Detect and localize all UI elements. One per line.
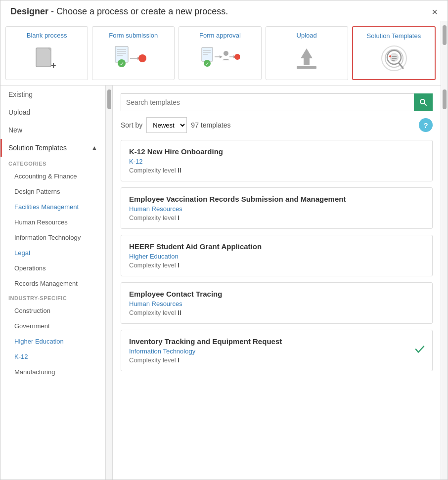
template-inventory-checkmark-icon [414,344,425,357]
sidebar-ind-k12-label: K-12 [14,353,28,360]
sidebar-cat-facilities-label: Facilities Management [14,203,79,211]
svg-point-38 [389,55,391,57]
template-item-heerf[interactable]: HEERF Student Aid Grant Application High… [121,235,433,276]
template-item-vaccination[interactable]: Employee Vaccination Records Submission … [121,187,433,229]
form-submission-icon: ✓ [114,43,153,73]
sidebar-item-upload[interactable]: Upload [0,103,105,121]
template-heerf-complexity: Complexity level I [129,262,424,269]
sidebar-item-solution-templates[interactable]: Solution Templates ▲ [0,139,105,157]
sort-label: Sort by [121,121,142,129]
template-card-blank-label: Blank process [27,32,67,39]
main-content: Existing Upload New Solution Templates ▲… [0,86,448,480]
template-card-solution-templates[interactable]: Solution Templates [352,26,436,80]
sidebar-cat-hr-label: Human Resources [14,218,68,226]
sidebar-cat-accounting[interactable]: Accounting & Finance [0,169,105,184]
sidebar-item-existing[interactable]: Existing [0,86,105,103]
svg-point-23 [224,51,228,56]
sidebar-cat-it[interactable]: Information Technology [0,230,105,245]
sidebar-ind-k12[interactable]: K-12 [0,349,105,364]
template-card-form-approval-label: Form approval [199,32,241,39]
template-card-upload[interactable]: Upload [266,26,348,80]
template-card-blank[interactable]: Blank process + [5,26,88,80]
sidebar-ind-manufacturing-label: Manufacturing [14,368,55,376]
template-item-inventory[interactable]: Inventory Tracking and Equipment Request… [121,330,433,371]
template-heerf-category: Higher Education [129,253,424,260]
sidebar-new-label: New [8,126,22,134]
search-button[interactable] [414,93,433,111]
sidebar-cat-operations[interactable]: Operations [0,261,105,276]
sidebar-solution-templates-label: Solution Templates [8,144,67,152]
sidebar-cat-it-label: Information Technology [14,234,81,241]
sidebar-cat-legal-label: Legal [14,249,30,257]
sidebar-cat-legal[interactable]: Legal [0,245,105,261]
templates-scroll[interactable] [441,21,448,86]
solution-templates-icon [374,44,413,73]
template-card-solution-templates-label: Solution Templates [367,32,421,40]
template-inventory-title: Inventory Tracking and Equipment Request [129,337,424,346]
template-inventory-complexity: Complexity level I [129,356,424,364]
form-approval-icon: ✓ [200,43,240,73]
sidebar-item-new[interactable]: New [0,121,105,139]
template-vaccination-title: Employee Vaccination Records Submission … [129,195,424,203]
svg-point-14 [138,54,146,62]
template-card-form-approval[interactable]: Form approval ✓ [179,26,261,80]
template-list: K-12 New Hire Onboarding K-12 Complexity… [121,140,433,377]
sidebar-existing-label: Existing [8,90,33,98]
sidebar-cat-operations-label: Operations [14,264,46,272]
chevron-up-icon: ▲ [91,144,97,151]
close-button[interactable]: × [432,7,438,17]
sidebar-cat-records-label: Records Management [14,280,78,287]
template-card-form-submission[interactable]: Form submission ✓ [92,26,175,80]
sidebar-cat-design-label: Design Patterns [14,188,60,195]
sidebar-ind-manufacturing[interactable]: Manufacturing [0,364,105,380]
help-button[interactable]: ? [419,118,433,132]
svg-rect-28 [304,58,310,65]
sidebar-cat-design[interactable]: Design Patterns [0,184,105,199]
template-contact-tracing-complexity: Complexity level II [129,309,424,316]
industry-label: INDUSTRY-SPECIFIC [0,291,105,303]
sidebar-cat-hr[interactable]: Human Resources [0,215,105,230]
template-item-contact-tracing[interactable]: Employee Contact Tracing Human Resources… [121,282,433,324]
template-k12-title: K-12 New Hire Onboarding [129,147,424,156]
right-scrollbar[interactable] [441,86,448,480]
sidebar-upload-label: Upload [8,108,30,116]
modal-subtitle: - Choose a process or create a new proce… [48,6,228,16]
search-bar [121,93,433,111]
sidebar-ind-higher-ed[interactable]: Higher Education [0,334,105,349]
sidebar-scrollbar[interactable] [106,86,113,480]
sort-count: 97 templates [191,121,230,129]
sidebar-ind-construction[interactable]: Construction [0,303,105,318]
upload-icon [287,43,326,73]
svg-marker-27 [301,48,313,58]
svg-rect-29 [297,66,316,69]
template-contact-tracing-title: Employee Contact Tracing [129,290,424,298]
sort-select[interactable]: Newest Oldest A-Z Z-A [146,117,187,133]
sidebar: Existing Upload New Solution Templates ▲… [0,86,106,480]
template-card-form-submission-label: Form submission [109,32,158,39]
svg-point-26 [234,54,240,60]
modal-title-strong: Designer [10,6,48,16]
template-contact-tracing-category: Human Resources [129,300,424,307]
template-heerf-title: HEERF Student Aid Grant Application [129,242,424,251]
modal-dialog: Designer - Choose a process or create a … [0,0,448,480]
sidebar-cat-accounting-label: Accounting & Finance [14,173,77,180]
template-cards-bar: Blank process + Form submission [0,21,441,86]
search-input[interactable] [121,93,414,111]
sidebar-ind-government[interactable]: Government [0,318,105,334]
sort-bar: Sort by Newest Oldest A-Z Z-A 97 templat… [121,117,433,133]
template-vaccination-category: Human Resources [129,205,424,213]
template-inventory-category: Information Technology [129,348,424,355]
template-k12-complexity: Complexity level II [129,167,424,174]
template-item-k12-onboarding[interactable]: K-12 New Hire Onboarding K-12 Complexity… [121,140,433,181]
svg-text:✓: ✓ [120,61,124,67]
template-vaccination-complexity: Complexity level I [129,214,424,221]
sidebar-ind-construction-label: Construction [14,307,50,314]
svg-line-40 [424,103,426,105]
sidebar-cat-records[interactable]: Records Management [0,276,105,291]
sidebar-cat-facilities[interactable]: Facilities Management [0,199,105,215]
svg-text:✓: ✓ [205,61,209,67]
blank-process-icon: + [27,43,67,73]
svg-marker-22 [220,55,223,58]
modal-title: Designer - Choose a process or create a … [10,6,228,17]
svg-rect-0 [36,48,51,67]
